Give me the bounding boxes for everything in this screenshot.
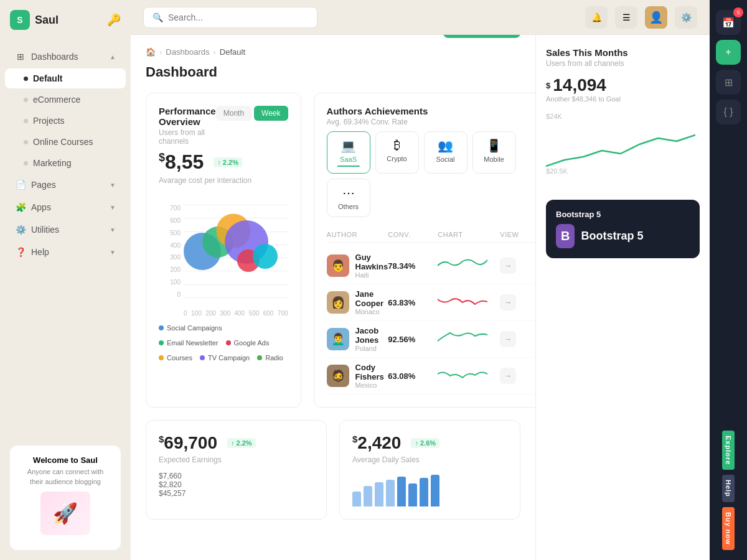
app-logo: S [10, 10, 30, 30]
table-row: 👨‍🦱 Jacob Jones Poland 92.56% → [327, 321, 535, 358]
sidebar-label-utilities: Utilities [31, 225, 105, 235]
view-author-button[interactable]: → [500, 331, 516, 347]
user-avatar[interactable]: 👤 [645, 6, 667, 29]
view-author-button[interactable]: → [500, 294, 516, 310]
stats-row: $69,700 ↑ 2.2% Expected Earnings $7,660 … [146, 420, 520, 520]
bubble-chart: 700 600 500 400 300 200 100 0 [159, 192, 288, 317]
sidebar-item-marketing[interactable]: Marketing [5, 153, 126, 173]
author-name: Guy Hawkins [355, 253, 388, 271]
bar [352, 492, 361, 506]
sales-goal-label: Another $48,346 to Goal [546, 95, 700, 103]
sidebar-item-projects[interactable]: Projects [5, 111, 126, 131]
daily-sales-badge: ↑ 2.6% [411, 438, 439, 448]
sidebar-item-default[interactable]: Default [5, 68, 126, 88]
breadcrumb-current: Default [220, 47, 245, 57]
sales-title: Sales This Months [546, 47, 700, 58]
astronaut-illustration: 🚀 [40, 492, 90, 535]
sidebar-label-projects: Projects [33, 116, 116, 126]
bootstrap-icon: B [556, 224, 575, 248]
dashboards-arrow: ▲ [110, 54, 116, 60]
sidebar-bottom: Welcome to Saul Anyone can connect with … [0, 436, 131, 560]
dashboards-icon: ⊞ [15, 51, 26, 62]
cat-tab-crypto[interactable]: ₿ Crypto [375, 131, 419, 174]
online-courses-dot [24, 140, 28, 144]
search-box[interactable]: 🔍 [143, 7, 317, 28]
add-icon-btn[interactable]: + [716, 40, 741, 65]
default-dot [24, 77, 28, 81]
sparkline-svg [438, 366, 487, 385]
help-arrow: ▼ [110, 249, 116, 256]
code-icon-btn[interactable]: { } [716, 100, 741, 124]
metric-label: Avarage cost per interaction [159, 176, 288, 185]
notifications-icon-btn[interactable]: 🔔 [585, 6, 608, 29]
sidebar-item-apps[interactable]: 🧩 Apps ▼ [5, 197, 126, 218]
cat-tab-social[interactable]: 👥 Social [424, 131, 467, 174]
marketing-dot [24, 161, 28, 166]
sidebar-label-dashboards: Dashboards [31, 52, 105, 62]
metric-currency: $ [159, 151, 165, 164]
authors-table-header: AUTHOR CONV. CHART VIEW [327, 227, 535, 243]
author-info: 🧔 Cody Fishers Mexico [327, 363, 388, 389]
sales-line-chart [546, 123, 695, 172]
mini-chart [438, 256, 500, 275]
sidebar-item-dashboards[interactable]: ⊞ Dashboards ▲ [5, 46, 126, 67]
menu-icon-btn[interactable]: ☰ [615, 6, 637, 29]
sidebar-item-utilities[interactable]: ⚙️ Utilities ▼ [5, 219, 126, 240]
help-label[interactable]: Help [722, 475, 735, 502]
cat-tab-mobile[interactable]: 📱 Mobile [472, 131, 516, 174]
tab-week[interactable]: Week [254, 106, 288, 121]
conv-rate: 63.08% [388, 371, 438, 381]
calendar-icon-btn[interactable]: 📅 5 [716, 10, 741, 35]
help-icon: ❓ [15, 246, 26, 258]
search-input[interactable] [168, 12, 308, 22]
legend-item: Email Newsletter [159, 339, 218, 347]
bar [431, 475, 439, 506]
earnings-card: $69,700 ↑ 2.2% Expected Earnings $7,660 … [146, 420, 327, 520]
sidebar-item-help[interactable]: ❓ Help ▼ [5, 241, 126, 263]
search-icon: 🔍 [153, 12, 163, 22]
buy-label[interactable]: Buy now [722, 507, 735, 550]
mini-chart [438, 330, 500, 348]
bar [364, 486, 372, 506]
sparkline-svg [438, 330, 487, 348]
sidebar-item-pages[interactable]: 📄 Pages ▼ [5, 174, 126, 195]
chart-legend: Social CampaignsEmail NewsletterGoogle A… [159, 324, 288, 362]
explore-label[interactable]: Explore [722, 431, 735, 470]
tab-month[interactable]: Month [216, 106, 251, 121]
daily-sales-value: $2,420 [352, 433, 401, 453]
app-name: Saul [35, 14, 59, 27]
crypto-icon: ₿ [394, 138, 400, 152]
conv-rate: 63.83% [388, 298, 438, 307]
breadcrumb-dashboards[interactable]: Dashboards [166, 47, 209, 57]
authors-table: 👨 Guy Hawkins Haiti 78.34% → 👩 Jane Coop… [327, 248, 535, 394]
sales-value: 14,094 [553, 75, 606, 95]
dashboard-main: 🏠 › Dashboards › Default Dashboard Creat… [131, 35, 535, 560]
author-info: 👨 Guy Hawkins Haiti [327, 253, 388, 279]
author-country: Mexico [355, 381, 388, 389]
sales-currency: $ [546, 81, 550, 90]
author-avatar: 🧔 [327, 365, 349, 387]
sidebar-nav: ⊞ Dashboards ▲ Default eCommerce Project… [0, 40, 131, 436]
earnings-label: Expected Earnings [159, 455, 314, 464]
main-area: 🔍 🔔 ☰ 👤 ⚙️ 🏠 › Dashboards › Default [131, 0, 710, 560]
author-country: Monaco [355, 308, 388, 315]
right-panel: 📅 5 + ⊞ { } Explore Help Buy now [710, 0, 747, 560]
utilities-arrow: ▼ [110, 226, 116, 233]
sidebar-item-online-courses[interactable]: Online Courses [5, 132, 126, 152]
legend-dot [159, 340, 164, 345]
authors-card: Authors Achievements Avg. 69.34% Conv. R… [314, 93, 535, 408]
topbar-right: 🔔 ☰ 👤 ⚙️ [585, 6, 697, 29]
settings-icon-btn[interactable]: ⚙️ [675, 6, 697, 29]
legend-item: Social Campaigns [159, 324, 222, 332]
legend-item: Radio [257, 354, 283, 362]
sales-chart-area: $24K $20.5K [546, 113, 700, 187]
sidebar-item-ecommerce[interactable]: eCommerce [5, 90, 126, 110]
calendar-badge: 5 [733, 7, 743, 17]
view-author-button[interactable]: → [500, 368, 516, 384]
view-author-button[interactable]: → [500, 258, 516, 274]
sales-subtitle: Users from all channels [546, 59, 700, 68]
dashboard-icon-btn[interactable]: ⊞ [716, 70, 741, 95]
cat-tab-saas[interactable]: 💻 SaaS [327, 131, 370, 174]
cat-tab-others[interactable]: ⋯ Others [327, 179, 370, 217]
create-project-button[interactable]: Create Project [443, 35, 520, 38]
